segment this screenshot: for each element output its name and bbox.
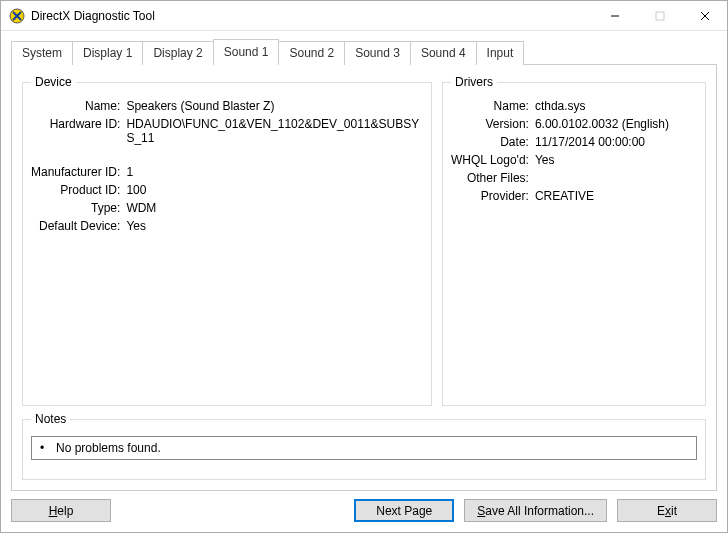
drivers-provider-label: Provider: — [451, 189, 529, 203]
device-group: Device Name: Speakers (Sound Blaster Z) … — [22, 75, 432, 406]
exit-prefix: E — [657, 504, 665, 518]
save-all-button[interactable]: Save All Information... — [464, 499, 607, 522]
tab-input[interactable]: Input — [476, 41, 525, 65]
tab-system[interactable]: System — [11, 41, 73, 65]
tab-display-2[interactable]: Display 2 — [142, 41, 213, 65]
tab-panel-sound-1: Device Name: Speakers (Sound Blaster Z) … — [11, 64, 717, 491]
device-type-label: Type: — [31, 201, 120, 215]
device-default-label: Default Device: — [31, 219, 120, 233]
tab-sound-4[interactable]: Sound 4 — [410, 41, 477, 65]
exit-suffix: it — [671, 504, 677, 518]
note-text: No problems found. — [56, 441, 161, 455]
drivers-provider-value: CREATIVE — [535, 189, 697, 203]
bullet-icon: • — [38, 441, 46, 455]
minimize-button[interactable] — [592, 1, 637, 30]
window: DirectX Diagnostic Tool System Display 1… — [0, 0, 728, 533]
device-type-value: WDM — [126, 201, 423, 215]
device-hardware-id-value: HDAUDIO\FUNC_01&VEN_1102&DEV_0011&SUBSYS… — [126, 117, 423, 145]
drivers-other-files-label: Other Files: — [451, 171, 529, 185]
drivers-legend: Drivers — [451, 75, 497, 89]
device-product-id-value: 100 — [126, 183, 423, 197]
drivers-grid: Name: cthda.sys Version: 6.00.0102.0032 … — [451, 99, 697, 203]
maximize-button — [637, 1, 682, 30]
help-button[interactable]: Help — [11, 499, 111, 522]
client-area: System Display 1 Display 2 Sound 1 Sound… — [1, 31, 727, 532]
svg-rect-2 — [656, 12, 664, 20]
drivers-name-value: cthda.sys — [535, 99, 697, 113]
tab-sound-2[interactable]: Sound 2 — [278, 41, 345, 65]
drivers-name-label: Name: — [451, 99, 529, 113]
notes-legend: Notes — [31, 412, 70, 426]
window-controls — [592, 1, 727, 30]
top-row: Device Name: Speakers (Sound Blaster Z) … — [22, 75, 706, 406]
dxdiag-icon — [9, 8, 25, 24]
help-label-rest: elp — [57, 504, 73, 518]
device-legend: Device — [31, 75, 76, 89]
button-row: Help Next Page Save All Information... E… — [11, 491, 717, 522]
drivers-whql-label: WHQL Logo'd: — [451, 153, 529, 167]
drivers-version-value: 6.00.0102.0032 (English) — [535, 117, 697, 131]
tab-strip: System Display 1 Display 2 Sound 1 Sound… — [11, 39, 717, 65]
next-page-button[interactable]: Next Page — [354, 499, 454, 522]
drivers-other-files-value — [535, 171, 697, 185]
device-manufacturer-id-value: 1 — [126, 165, 423, 179]
device-default-value: Yes — [126, 219, 423, 233]
device-product-id-label: Product ID: — [31, 183, 120, 197]
tab-sound-3[interactable]: Sound 3 — [344, 41, 411, 65]
device-hardware-id-label: Hardware ID: — [31, 117, 120, 145]
close-button[interactable] — [682, 1, 727, 30]
device-name-value: Speakers (Sound Blaster Z) — [126, 99, 423, 113]
device-manufacturer-id-label: Manufacturer ID: — [31, 165, 120, 179]
drivers-group: Drivers Name: cthda.sys Version: 6.00.01… — [442, 75, 706, 406]
tab-sound-1[interactable]: Sound 1 — [213, 39, 280, 65]
drivers-whql-value: Yes — [535, 153, 697, 167]
device-grid: Name: Speakers (Sound Blaster Z) Hardwar… — [31, 99, 423, 233]
drivers-version-label: Version: — [451, 117, 529, 131]
drivers-date-value: 11/17/2014 00:00:00 — [535, 135, 697, 149]
tab-display-1[interactable]: Display 1 — [72, 41, 143, 65]
titlebar: DirectX Diagnostic Tool — [1, 1, 727, 31]
device-name-label: Name: — [31, 99, 120, 113]
save-all-label-rest: ave All Information... — [485, 504, 594, 518]
exit-button[interactable]: Exit — [617, 499, 717, 522]
notes-group: Notes • No problems found. — [22, 412, 706, 480]
drivers-date-label: Date: — [451, 135, 529, 149]
note-line: • No problems found. — [38, 441, 690, 455]
window-title: DirectX Diagnostic Tool — [31, 9, 592, 23]
notes-text: • No problems found. — [31, 436, 697, 460]
